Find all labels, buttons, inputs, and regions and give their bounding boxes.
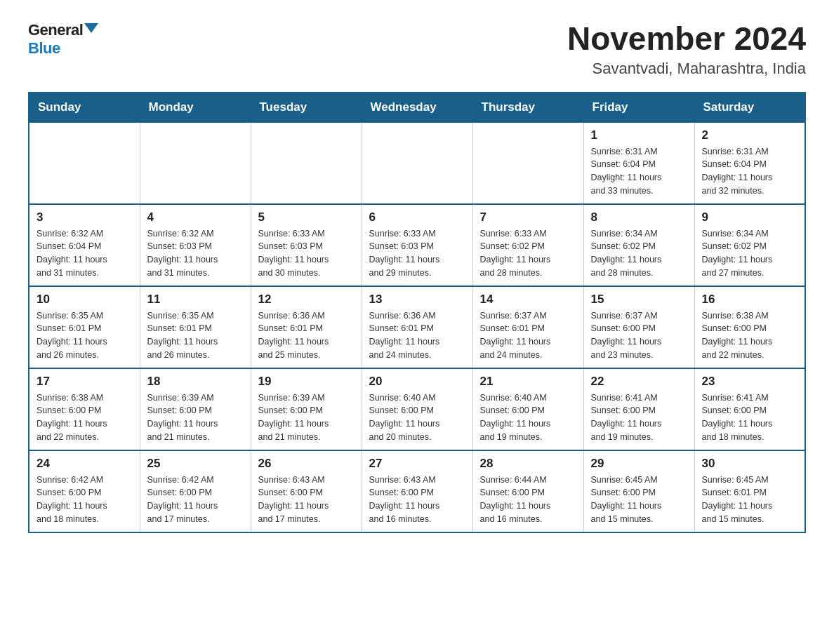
calendar-title: November 2024 <box>567 21 806 57</box>
day-info: Sunrise: 6:43 AMSunset: 6:00 PMDaylight:… <box>258 474 355 526</box>
day-info: Sunrise: 6:32 AMSunset: 6:04 PMDaylight:… <box>37 227 133 280</box>
calendar-cell: 21Sunrise: 6:40 AMSunset: 6:00 PMDayligh… <box>472 368 583 450</box>
day-number: 11 <box>147 293 244 307</box>
day-number: 18 <box>147 375 244 389</box>
day-info: Sunrise: 6:45 AMSunset: 6:01 PMDaylight:… <box>702 474 798 526</box>
calendar-cell: 11Sunrise: 6:35 AMSunset: 6:01 PMDayligh… <box>140 286 251 368</box>
calendar-cell: 4Sunrise: 6:32 AMSunset: 6:03 PMDaylight… <box>140 204 251 286</box>
day-info: Sunrise: 6:38 AMSunset: 6:00 PMDaylight:… <box>702 309 798 362</box>
logo-arrow-icon <box>84 23 98 33</box>
calendar-cell: 23Sunrise: 6:41 AMSunset: 6:00 PMDayligh… <box>694 368 805 450</box>
day-number: 23 <box>702 375 798 389</box>
day-number: 2 <box>702 128 798 142</box>
calendar-cell: 12Sunrise: 6:36 AMSunset: 6:01 PMDayligh… <box>251 286 362 368</box>
calendar-cell: 9Sunrise: 6:34 AMSunset: 6:02 PMDaylight… <box>694 204 805 286</box>
day-of-week-header: Wednesday <box>362 93 472 122</box>
day-number: 3 <box>37 210 133 224</box>
calendar-cell <box>472 122 583 204</box>
day-of-week-header: Sunday <box>29 93 140 122</box>
calendar-cell: 16Sunrise: 6:38 AMSunset: 6:00 PMDayligh… <box>694 286 805 368</box>
calendar-cell: 5Sunrise: 6:33 AMSunset: 6:03 PMDaylight… <box>251 204 362 286</box>
calendar-cell: 29Sunrise: 6:45 AMSunset: 6:00 PMDayligh… <box>583 450 694 532</box>
day-info: Sunrise: 6:34 AMSunset: 6:02 PMDaylight:… <box>702 227 798 280</box>
day-info: Sunrise: 6:33 AMSunset: 6:03 PMDaylight:… <box>369 227 465 280</box>
day-info: Sunrise: 6:42 AMSunset: 6:00 PMDaylight:… <box>147 474 244 526</box>
calendar-cell: 27Sunrise: 6:43 AMSunset: 6:00 PMDayligh… <box>362 450 472 532</box>
day-number: 17 <box>37 375 133 389</box>
day-number: 9 <box>702 210 798 224</box>
calendar-cell <box>29 122 140 204</box>
day-number: 27 <box>369 457 465 471</box>
day-info: Sunrise: 6:32 AMSunset: 6:03 PMDaylight:… <box>147 227 244 280</box>
day-info: Sunrise: 6:40 AMSunset: 6:00 PMDaylight:… <box>369 391 465 444</box>
day-number: 8 <box>591 210 687 224</box>
day-number: 12 <box>258 293 355 307</box>
day-number: 7 <box>480 210 576 224</box>
day-number: 6 <box>369 210 465 224</box>
calendar-cell: 7Sunrise: 6:33 AMSunset: 6:02 PMDaylight… <box>472 204 583 286</box>
day-number: 16 <box>702 293 798 307</box>
calendar-cell <box>251 122 362 204</box>
page-header: General Blue November 2024 Savantvadi, M… <box>28 21 806 78</box>
day-number: 15 <box>591 293 687 307</box>
day-info: Sunrise: 6:36 AMSunset: 6:01 PMDaylight:… <box>369 309 465 362</box>
calendar-cell: 18Sunrise: 6:39 AMSunset: 6:00 PMDayligh… <box>140 368 251 450</box>
calendar-cell: 20Sunrise: 6:40 AMSunset: 6:00 PMDayligh… <box>362 368 472 450</box>
day-info: Sunrise: 6:34 AMSunset: 6:02 PMDaylight:… <box>591 227 687 280</box>
day-info: Sunrise: 6:31 AMSunset: 6:04 PMDaylight:… <box>702 145 798 198</box>
day-of-week-header: Friday <box>583 93 694 122</box>
day-number: 25 <box>147 457 244 471</box>
day-info: Sunrise: 6:43 AMSunset: 6:00 PMDaylight:… <box>369 474 465 526</box>
calendar-cell: 25Sunrise: 6:42 AMSunset: 6:00 PMDayligh… <box>140 450 251 532</box>
day-info: Sunrise: 6:35 AMSunset: 6:01 PMDaylight:… <box>147 309 244 362</box>
calendar-cell: 2Sunrise: 6:31 AMSunset: 6:04 PMDaylight… <box>694 122 805 204</box>
day-number: 4 <box>147 210 244 224</box>
day-number: 1 <box>591 128 687 142</box>
day-info: Sunrise: 6:37 AMSunset: 6:01 PMDaylight:… <box>480 309 576 362</box>
day-number: 14 <box>480 293 576 307</box>
day-info: Sunrise: 6:40 AMSunset: 6:00 PMDaylight:… <box>480 391 576 444</box>
day-of-week-header: Tuesday <box>251 93 362 122</box>
day-number: 19 <box>258 375 355 389</box>
day-of-week-header: Monday <box>140 93 251 122</box>
day-info: Sunrise: 6:41 AMSunset: 6:00 PMDaylight:… <box>591 391 687 444</box>
day-info: Sunrise: 6:37 AMSunset: 6:00 PMDaylight:… <box>591 309 687 362</box>
day-info: Sunrise: 6:39 AMSunset: 6:00 PMDaylight:… <box>258 391 355 444</box>
calendar-cell: 28Sunrise: 6:44 AMSunset: 6:00 PMDayligh… <box>472 450 583 532</box>
day-of-week-header: Saturday <box>694 93 805 122</box>
calendar-cell: 3Sunrise: 6:32 AMSunset: 6:04 PMDaylight… <box>29 204 140 286</box>
calendar-week-row: 17Sunrise: 6:38 AMSunset: 6:00 PMDayligh… <box>29 368 805 450</box>
day-number: 20 <box>369 375 465 389</box>
calendar-cell: 1Sunrise: 6:31 AMSunset: 6:04 PMDaylight… <box>583 122 694 204</box>
day-info: Sunrise: 6:36 AMSunset: 6:01 PMDaylight:… <box>258 309 355 362</box>
day-number: 21 <box>480 375 576 389</box>
calendar-cell: 10Sunrise: 6:35 AMSunset: 6:01 PMDayligh… <box>29 286 140 368</box>
day-number: 28 <box>480 457 576 471</box>
day-number: 30 <box>702 457 798 471</box>
calendar-cell: 26Sunrise: 6:43 AMSunset: 6:00 PMDayligh… <box>251 450 362 532</box>
calendar-cell: 13Sunrise: 6:36 AMSunset: 6:01 PMDayligh… <box>362 286 472 368</box>
calendar-cell: 15Sunrise: 6:37 AMSunset: 6:00 PMDayligh… <box>583 286 694 368</box>
calendar-table: SundayMondayTuesdayWednesdayThursdayFrid… <box>28 92 806 533</box>
day-number: 13 <box>369 293 465 307</box>
day-number: 5 <box>258 210 355 224</box>
calendar-cell: 17Sunrise: 6:38 AMSunset: 6:00 PMDayligh… <box>29 368 140 450</box>
day-of-week-header: Thursday <box>472 93 583 122</box>
day-number: 29 <box>591 457 687 471</box>
logo-general-text: General <box>28 21 83 39</box>
calendar-week-row: 24Sunrise: 6:42 AMSunset: 6:00 PMDayligh… <box>29 450 805 532</box>
calendar-cell: 6Sunrise: 6:33 AMSunset: 6:03 PMDaylight… <box>362 204 472 286</box>
calendar-cell: 30Sunrise: 6:45 AMSunset: 6:01 PMDayligh… <box>694 450 805 532</box>
calendar-cell: 8Sunrise: 6:34 AMSunset: 6:02 PMDaylight… <box>583 204 694 286</box>
day-info: Sunrise: 6:35 AMSunset: 6:01 PMDaylight:… <box>37 309 133 362</box>
calendar-header-row: SundayMondayTuesdayWednesdayThursdayFrid… <box>29 93 805 122</box>
calendar-week-row: 1Sunrise: 6:31 AMSunset: 6:04 PMDaylight… <box>29 122 805 204</box>
calendar-week-row: 10Sunrise: 6:35 AMSunset: 6:01 PMDayligh… <box>29 286 805 368</box>
logo-blue-text: Blue <box>28 39 60 58</box>
calendar-cell <box>140 122 251 204</box>
calendar-subtitle: Savantvadi, Maharashtra, India <box>567 60 806 78</box>
day-info: Sunrise: 6:44 AMSunset: 6:00 PMDaylight:… <box>480 474 576 526</box>
day-number: 10 <box>37 293 133 307</box>
day-info: Sunrise: 6:33 AMSunset: 6:02 PMDaylight:… <box>480 227 576 280</box>
day-info: Sunrise: 6:33 AMSunset: 6:03 PMDaylight:… <box>258 227 355 280</box>
